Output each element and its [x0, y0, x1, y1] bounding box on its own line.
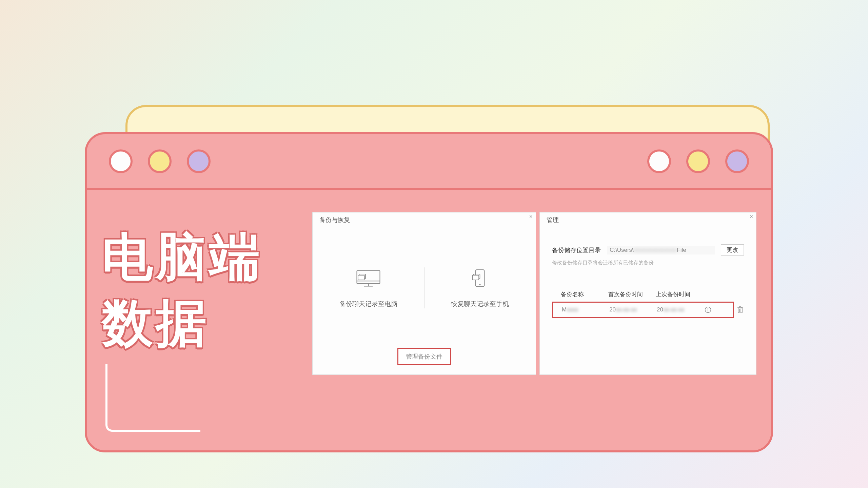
dot-icon [109, 149, 133, 173]
svg-rect-13 [738, 308, 742, 313]
cell-last-time: 20xx-xx-xx [657, 306, 704, 313]
dot-icon [647, 149, 671, 173]
info-icon[interactable] [704, 306, 712, 313]
monitor-icon [354, 267, 383, 289]
minimize-icon[interactable]: — [517, 214, 522, 219]
backup-to-pc-label: 备份聊天记录至电脑 [339, 300, 397, 308]
restore-to-phone-label: 恢复聊天记录至手机 [451, 300, 509, 308]
svg-rect-12 [708, 309, 708, 311]
cell-name: Mxxxx [562, 306, 609, 313]
delete-icon[interactable] [736, 306, 744, 313]
phone-icon [466, 267, 494, 289]
storage-label: 备份储存位置目录 [552, 246, 601, 254]
backup-options: 备份聊天记录至电脑 恢复聊天记录至手机 [313, 227, 536, 348]
cell-first-time: 20xx-xx-xx [609, 306, 657, 313]
backup-restore-panel: 备份与恢复 — ✕ 备份聊天记录至电脑 [312, 212, 536, 375]
storage-path: C:\Users\xxxxxxxxxxxxxxxFile [607, 246, 715, 255]
dot-icon [148, 149, 172, 173]
table-header: 备份名称 首次备份时间 上次备份时间 [552, 290, 744, 302]
backup-to-pc-option[interactable]: 备份聊天记录至电脑 [313, 267, 424, 308]
table-row-container: Mxxxx 20xx-xx-xx 20xx-xx-xx [552, 302, 744, 318]
svg-point-11 [708, 308, 708, 309]
window-controls: ✕ [749, 214, 753, 219]
manage-backup-files-button[interactable]: 管理备份文件 [397, 348, 451, 365]
svg-rect-9 [473, 275, 479, 280]
manage-panel: 管理 ✕ 备份储存位置目录 C:\Users\xxxxxxxxxxxxxxxFi… [539, 212, 756, 375]
title-line-2: 数据 [102, 290, 263, 356]
change-path-button[interactable]: 更改 [721, 244, 744, 256]
main-window-pink: 电脑端 数据 备份与恢复 — ✕ [85, 132, 773, 452]
panel-title: 备份与恢复 — ✕ [313, 212, 536, 227]
close-icon[interactable]: ✕ [529, 214, 533, 219]
titlebar [87, 134, 771, 190]
dot-icon [187, 149, 211, 173]
svg-rect-5 [358, 275, 364, 280]
dot-icon [725, 149, 749, 173]
title-line-1: 电脑端 [102, 224, 263, 290]
col-first-time: 首次备份时间 [608, 290, 656, 298]
close-icon[interactable]: ✕ [749, 214, 753, 219]
window-dots-left [109, 149, 211, 173]
storage-hint: 修改备份储存目录将会迁移所有已储存的备份 [552, 260, 744, 266]
panel-title: 管理 ✕ [540, 212, 756, 227]
dot-icon [686, 149, 710, 173]
window-controls: — ✕ [517, 214, 533, 219]
backup-row[interactable]: Mxxxx 20xx-xx-xx 20xx-xx-xx [552, 302, 734, 318]
backup-table: 备份名称 首次备份时间 上次备份时间 Mxxxx 20xx-xx-xx 20xx… [552, 290, 744, 318]
col-name: 备份名称 [561, 290, 608, 298]
overlay-title: 电脑端 数据 [102, 224, 263, 356]
col-last-time: 上次备份时间 [656, 290, 703, 298]
storage-section: 备份储存位置目录 C:\Users\xxxxxxxxxxxxxxxFile 更改… [540, 227, 756, 273]
window-dots-right [647, 149, 749, 173]
restore-to-phone-option[interactable]: 恢复聊天记录至手机 [424, 267, 536, 308]
svg-point-7 [479, 284, 481, 285]
manage-button-wrap: 管理备份文件 [313, 348, 536, 374]
app-panels: 备份与恢复 — ✕ 备份聊天记录至电脑 [312, 212, 756, 375]
storage-row: 备份储存位置目录 C:\Users\xxxxxxxxxxxxxxxFile 更改 [552, 244, 744, 256]
decorative-corner [105, 364, 200, 432]
